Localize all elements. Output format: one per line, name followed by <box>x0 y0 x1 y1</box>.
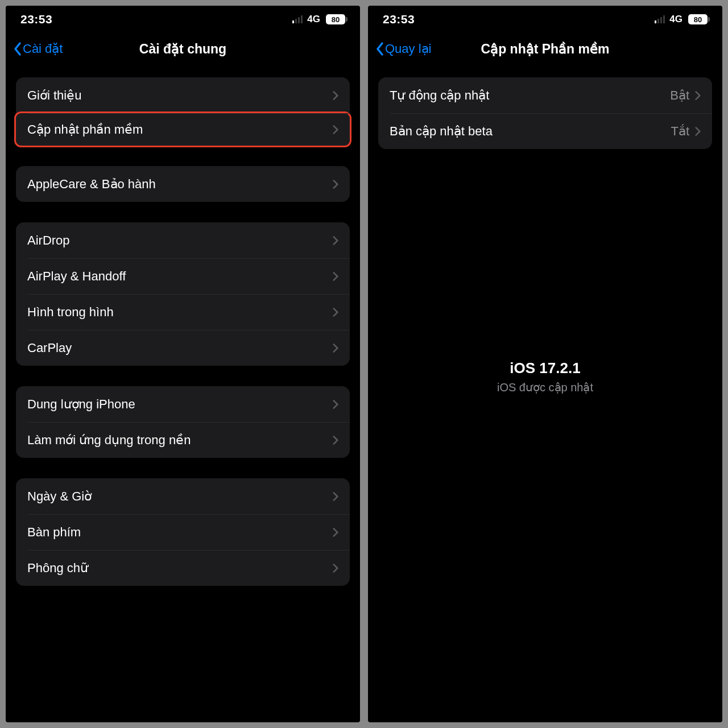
chevron-right-icon <box>333 399 338 410</box>
back-button[interactable]: Cài đặt <box>14 42 63 56</box>
chevron-left-icon <box>376 42 384 56</box>
battery-level: 80 <box>326 14 345 24</box>
settings-group: AppleCare & Bảo hành <box>16 166 350 202</box>
chevron-right-icon <box>695 126 701 136</box>
chevron-right-icon <box>333 179 338 189</box>
settings-group: Tự động cập nhật Bật Bản cập nhật beta T… <box>378 77 712 149</box>
chevron-right-icon <box>333 491 338 502</box>
row-pip[interactable]: Hình trong hình <box>16 294 350 330</box>
page-title: Cập nhật Phần mềm <box>481 42 610 57</box>
row-applecare[interactable]: AppleCare & Bảo hành <box>16 166 350 202</box>
settings-group: Giới thiệu Cập nhật phần mềm <box>16 77 350 147</box>
row-label: Bàn phím <box>27 525 333 540</box>
status-time: 23:53 <box>20 13 52 26</box>
back-button[interactable]: Quay lại <box>376 42 431 56</box>
chevron-right-icon <box>333 90 338 101</box>
row-label: Dung lượng iPhone <box>27 397 333 412</box>
row-beta-update[interactable]: Bản cập nhật beta Tắt <box>378 113 712 149</box>
row-software-update[interactable]: Cập nhật phần mềm <box>14 111 351 147</box>
screen-software-update: 23:53 4G 80 Quay lại Cập nhật Phần mềm T… <box>368 6 722 722</box>
row-label: Làm mới ứng dụng trong nền <box>27 433 333 448</box>
row-fonts[interactable]: Phông chữ <box>16 550 350 586</box>
row-auto-update[interactable]: Tự động cập nhật Bật <box>378 77 712 113</box>
nav-bar: Cài đặt Cài đặt chung <box>6 33 360 65</box>
row-label: Cập nhật phần mềm <box>27 122 333 137</box>
signal-icon <box>292 15 303 23</box>
row-label: Hình trong hình <box>27 305 333 320</box>
settings-group: AirDrop AirPlay & Handoff Hình trong hìn… <box>16 222 350 366</box>
ios-version: iOS 17.2.1 <box>378 359 712 377</box>
row-label: AirDrop <box>27 233 333 248</box>
chevron-right-icon <box>333 343 338 353</box>
battery-icon: 80 <box>326 14 345 24</box>
network-label: 4G <box>669 14 682 25</box>
chevron-left-icon <box>14 42 22 56</box>
update-status-block: iOS 17.2.1 iOS được cập nhật <box>378 359 712 394</box>
row-airplay[interactable]: AirPlay & Handoff <box>16 258 350 294</box>
nav-bar: Quay lại Cập nhật Phần mềm <box>368 33 722 65</box>
back-label: Cài đặt <box>23 42 63 56</box>
row-value: Bật <box>670 88 689 103</box>
screen-general-settings: 23:53 4G 80 Cài đặt Cài đặt chung Giới t… <box>6 6 360 722</box>
row-label: AppleCare & Bảo hành <box>27 177 333 192</box>
status-indicators: 4G 80 <box>292 14 345 25</box>
row-about[interactable]: Giới thiệu <box>16 77 350 113</box>
row-label: Ngày & Giờ <box>27 489 333 504</box>
signal-icon <box>655 15 665 23</box>
settings-group: Dung lượng iPhone Làm mới ứng dụng trong… <box>16 386 350 458</box>
row-label: Bản cập nhật beta <box>390 124 671 139</box>
status-indicators: 4G 80 <box>655 14 708 25</box>
chevron-right-icon <box>695 90 701 101</box>
chevron-right-icon <box>333 563 338 573</box>
row-keyboard[interactable]: Bàn phím <box>16 514 350 550</box>
chevron-right-icon <box>333 527 338 537</box>
row-carplay[interactable]: CarPlay <box>16 330 350 366</box>
status-time: 23:53 <box>383 13 415 26</box>
battery-level: 80 <box>688 14 708 24</box>
row-label: Tự động cập nhật <box>390 88 670 103</box>
status-bar: 23:53 4G 80 <box>368 6 722 33</box>
network-label: 4G <box>307 14 320 25</box>
chevron-right-icon <box>333 235 338 246</box>
content-scroll[interactable]: Giới thiệu Cập nhật phần mềm AppleCare &… <box>6 65 360 722</box>
row-storage[interactable]: Dung lượng iPhone <box>16 386 350 422</box>
battery-icon: 80 <box>688 14 708 24</box>
row-date-time[interactable]: Ngày & Giờ <box>16 478 350 514</box>
row-airdrop[interactable]: AirDrop <box>16 222 350 258</box>
page-title: Cài đặt chung <box>139 42 226 57</box>
row-bg-refresh[interactable]: Làm mới ứng dụng trong nền <box>16 422 350 458</box>
ios-status: iOS được cập nhật <box>378 380 712 394</box>
row-label: AirPlay & Handoff <box>27 269 333 284</box>
row-label: CarPlay <box>27 341 333 355</box>
row-label: Giới thiệu <box>27 88 333 103</box>
chevron-right-icon <box>333 271 338 282</box>
chevron-right-icon <box>333 125 338 135</box>
status-bar: 23:53 4G 80 <box>6 6 360 33</box>
chevron-right-icon <box>333 307 338 317</box>
settings-group: Ngày & Giờ Bàn phím Phông chữ <box>16 478 350 586</box>
back-label: Quay lại <box>385 42 431 56</box>
chevron-right-icon <box>333 435 338 445</box>
row-value: Tắt <box>671 124 689 139</box>
content-scroll[interactable]: Tự động cập nhật Bật Bản cập nhật beta T… <box>368 65 722 722</box>
row-label: Phông chữ <box>27 561 333 576</box>
